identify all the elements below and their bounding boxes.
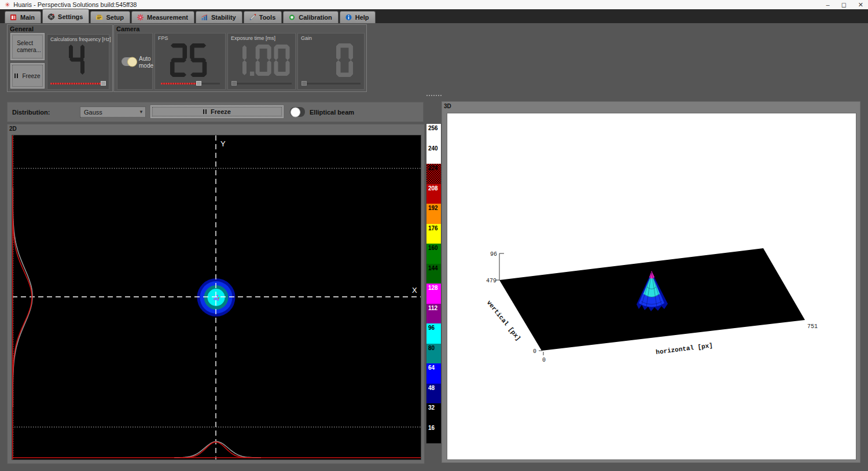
calc-frequency-slider[interactable] (50, 81, 106, 86)
minimize-button[interactable]: – (826, 1, 830, 8)
colorbar-segment: 224 (426, 164, 441, 184)
tab-help[interactable]: Help (340, 11, 376, 23)
tab-main[interactable]: Main (5, 11, 41, 23)
tools-icon (249, 14, 256, 21)
tab-label: Measurement (147, 14, 188, 21)
stability-icon (201, 14, 208, 21)
close-button[interactable]: ✕ (858, 1, 863, 9)
colorbar: 2562402242081921761601441281129680644832… (426, 123, 442, 444)
colorbar-segment-label: 192 (428, 205, 438, 211)
beam-2d-plot[interactable]: Y X (12, 135, 421, 460)
horizontal-profile-fit-curve (174, 441, 261, 458)
gain-slider[interactable] (301, 81, 361, 86)
tab-measurement[interactable]: Measurement (131, 11, 194, 23)
h-max-tick-label: 751 (807, 323, 818, 330)
splitter-grip[interactable] (426, 95, 442, 98)
tab-label: Help (355, 14, 369, 21)
exposure-panel: Exposure time [ms] (227, 33, 296, 90)
distribution-select[interactable]: Gauss ▼ (80, 106, 146, 117)
calc-frequency-display (47, 43, 109, 76)
setup-icon (95, 14, 103, 21)
colorbar-segment-label: 16 (428, 425, 435, 431)
gain-label: Gain (301, 35, 312, 41)
fps-slider[interactable] (161, 81, 220, 86)
colorbar-segment: 80 (426, 344, 441, 364)
window-title: Huaris - Perspectiva Solutions build:545… (13, 1, 137, 8)
gain-display (298, 43, 356, 78)
colorbar-segment: 192 (426, 204, 441, 224)
tab-setup[interactable]: Setup (90, 11, 130, 23)
camera-title: Camera (116, 25, 139, 32)
tab-settings[interactable]: Settings (42, 9, 89, 23)
maximize-button[interactable]: ◻ (841, 1, 847, 9)
camera-groupbox: Camera Auto mode FPS Exposure time [ms] … (113, 24, 367, 92)
elliptical-beam-toggle[interactable] (290, 107, 305, 117)
tab-label: Stability (211, 14, 236, 21)
colorbar-segment-label: 64 (428, 365, 435, 371)
app-logo-icon: ✳ (5, 2, 10, 8)
toggle-knob (290, 107, 300, 117)
distribution-freeze-button[interactable]: Freeze (150, 105, 284, 118)
exposure-label: Exposure time [ms] (231, 35, 275, 41)
panel-3d-title: 3D (444, 103, 451, 109)
beam-center-dot (214, 299, 215, 300)
slider-handle[interactable] (301, 81, 307, 86)
horizontal-axis-title: horizontal [px] (656, 342, 713, 356)
colorbar-segment: 48 (426, 384, 441, 404)
colorbar-segment-label: 48 (428, 385, 435, 391)
colorbar-segment-label: 160 (428, 245, 438, 251)
slider-handle[interactable] (196, 81, 201, 86)
tab-tools[interactable]: Tools (244, 11, 282, 23)
exposure-slider[interactable] (231, 81, 292, 86)
colorbar-segment-label: 256 (428, 125, 438, 131)
colorbar-segment: 16 (426, 424, 441, 444)
tab-calibration[interactable]: Calibration (283, 11, 338, 23)
fps-label: FPS (158, 35, 168, 41)
pause-icon (203, 109, 204, 114)
colorbar-segment: 240 (426, 144, 441, 164)
general-groupbox: General Select camera... Freeze Calculat… (7, 24, 113, 92)
colorbar-segment: 64 (426, 363, 441, 384)
fps-display (155, 43, 225, 78)
beam-center-dot (218, 297, 219, 299)
chevron-down-icon: ▼ (139, 109, 144, 115)
z-max-tick-label: 96 (490, 251, 497, 257)
tab-stability[interactable]: Stability (196, 11, 242, 23)
h-min-tick-label: 0 (542, 357, 546, 363)
auto-mode-label-2: mode (139, 62, 153, 69)
slider-handle[interactable] (101, 81, 106, 86)
select-camera-label-1: Select (17, 40, 33, 46)
v-min-tick-label: 0 (533, 348, 536, 355)
colorbar-segment: 32 (426, 403, 441, 424)
tab-label: Tools (259, 14, 276, 21)
tab-label: Setup (106, 14, 124, 21)
auto-mode-toggle[interactable] (122, 57, 137, 66)
tab-label: Calibration (299, 14, 332, 21)
panel-2d-title: 2D (9, 126, 17, 132)
beam-3d-plot[interactable]: 96 479 0 0 751 vertical [px] horizontal … (447, 113, 856, 460)
general-title: General (10, 25, 34, 32)
beam-center-dot (217, 295, 218, 296)
calc-frequency-label: Calculations frequency [Hz] (50, 36, 111, 42)
slider-handle[interactable] (231, 81, 237, 86)
colorbar-segment-label: 80 (428, 345, 435, 351)
select-camera-button[interactable]: Select camera... (10, 33, 45, 60)
pause-icon (14, 73, 16, 78)
colorbar-segment: 112 (426, 304, 441, 324)
general-freeze-button[interactable]: Freeze (10, 63, 45, 89)
colorbar-segment-label: 128 (428, 285, 438, 291)
elliptical-beam-label: Elliptical beam (310, 109, 354, 116)
colorbar-segment-label: 96 (428, 325, 435, 331)
beam-center-dot (218, 299, 219, 300)
colorbar-segment: 96 (426, 323, 441, 344)
calc-frequency-panel: Calculations frequency [Hz] (47, 34, 109, 90)
colorbar-segment-label: 208 (428, 185, 438, 192)
colorbar-segment: 160 (426, 244, 441, 264)
exposure-display (228, 43, 295, 77)
colorbar-segment-label: 112 (428, 305, 437, 311)
distribution-bar: Distribution: Gauss ▼ Freeze Elliptical … (7, 102, 424, 122)
colorbar-segment: 144 (426, 264, 441, 284)
gain-panel: Gain (297, 33, 365, 90)
panel-3d: 3D 96 479 0 0 751 vertical [px] horizont… (442, 101, 860, 463)
horizontal-profile-curve (174, 442, 261, 458)
